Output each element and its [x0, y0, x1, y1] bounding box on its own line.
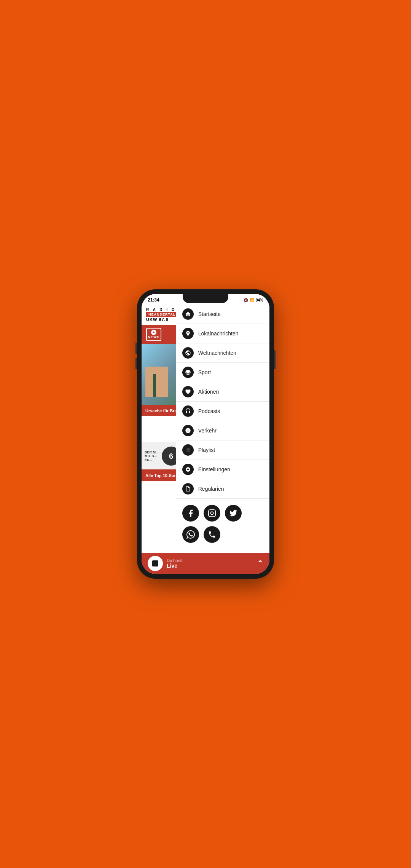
phone-screen: 21:34 🔇 📶 94% R A D I O NEANDERTAL UKW 9… [142, 294, 269, 574]
radio-brand: NEANDERTAL [146, 312, 178, 317]
mix-label: DER M... [145, 450, 159, 454]
phone-button[interactable] [204, 526, 220, 543]
menu-label-weltnachrichten: Weltnachrichten [198, 350, 236, 356]
menu-item-lokalnachrichten[interactable]: Lokalnachrichten [176, 324, 269, 343]
status-icons: 🔇 📶 94% [244, 298, 263, 302]
menu-label-podcasts: Podcasts [198, 408, 220, 414]
alert-icon [182, 425, 194, 436]
mix-label2: MIX S... [145, 454, 159, 458]
twitter-button[interactable] [225, 505, 242, 522]
menu-label-sport: Sport [198, 369, 211, 375]
menu-label-verkehr: Verkehr [198, 428, 217, 434]
play-dot [151, 330, 156, 335]
mix-text: DER M... MIX S... EU... [145, 450, 159, 462]
player-title: Live [167, 563, 183, 569]
wifi-icon: 📶 [250, 298, 254, 302]
list-icon [182, 444, 194, 456]
main-content: R A D I O NEANDERTAL UKW 97.6 NEWS [142, 305, 269, 553]
menu-label-startseite: Startseite [198, 311, 221, 317]
menu-item-aktionen[interactable]: Aktionen [176, 382, 269, 402]
player-bar[interactable]: Du hörst Live ⌃ [142, 553, 269, 574]
document-icon [182, 483, 194, 495]
menu-label-regularien: Regularien [198, 486, 224, 492]
menu-label-lokalnachrichten: Lokalnachrichten [198, 330, 239, 337]
player-left: Du hörst Live [148, 556, 183, 571]
menu-item-verkehr[interactable]: Verkehr [176, 421, 269, 440]
settings-icon [182, 464, 194, 475]
menu-item-playlist[interactable]: Playlist [176, 440, 269, 460]
status-time: 21:34 [148, 297, 159, 303]
mix-label3: EU... [145, 458, 159, 462]
social-section [176, 499, 269, 549]
heart-icon [182, 386, 194, 397]
chevron-up-icon[interactable]: ⌃ [257, 559, 263, 568]
player-subtitle: Du hörst [167, 558, 183, 563]
menu-item-sport[interactable]: Sport [176, 363, 269, 382]
menu-label-aktionen: Aktionen [198, 389, 219, 395]
notch [183, 294, 228, 303]
social-row-bottom [182, 526, 263, 543]
instagram-button[interactable] [204, 505, 220, 522]
stop-button[interactable] [148, 556, 163, 571]
menu-item-startseite[interactable]: Startseite [176, 305, 269, 324]
svg-rect-1 [209, 510, 215, 517]
menu-label-playlist: Playlist [198, 447, 215, 453]
news-label: NEWS [148, 335, 160, 339]
podcast-icon [182, 405, 194, 417]
social-row-top [182, 505, 263, 522]
menu-item-podcasts[interactable]: Podcasts [176, 402, 269, 421]
svg-marker-0 [153, 331, 155, 333]
battery-text: 94% [256, 298, 263, 302]
player-info: Du hörst Live [167, 558, 183, 569]
whatsapp-button[interactable] [182, 526, 199, 543]
globe-icon [182, 347, 194, 359]
menu-item-regularien[interactable]: Regularien [176, 479, 269, 499]
home-icon [182, 308, 194, 320]
radio-logo: R A D I O NEANDERTAL UKW 97.6 [146, 308, 178, 322]
facebook-button[interactable] [182, 505, 199, 522]
location-icon [182, 328, 194, 339]
stop-icon [152, 560, 158, 566]
menu-item-weltnachrichten[interactable]: Weltnachrichten [176, 343, 269, 363]
news-icon: NEWS [146, 328, 161, 341]
radio-top-text: R A D I O [146, 308, 178, 312]
phone-frame: 21:34 🔇 📶 94% R A D I O NEANDERTAL UKW 9… [137, 289, 274, 579]
menu-label-einstellungen: Einstellungen [198, 466, 230, 472]
mute-icon: 🔇 [244, 298, 248, 302]
menu-item-einstellungen[interactable]: Einstellungen [176, 460, 269, 479]
radio-frequency: UKW 97.6 [146, 317, 178, 322]
soccer-icon [182, 367, 194, 378]
slide-menu: Startseite Lokalnachrichten Weltnachrich… [176, 305, 269, 553]
